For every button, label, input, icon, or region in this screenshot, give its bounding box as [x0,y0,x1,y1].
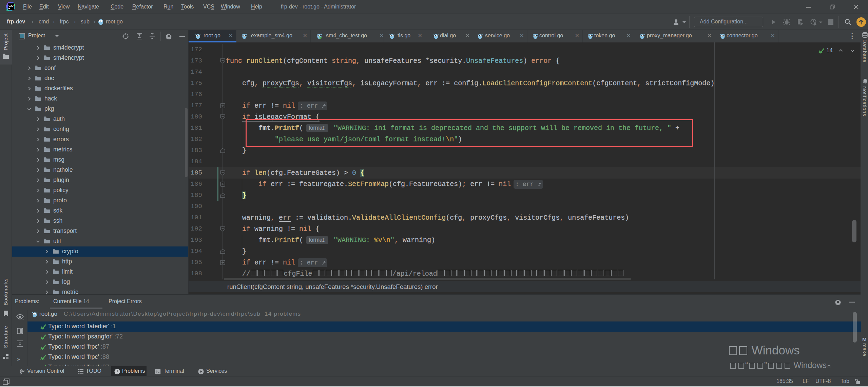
svg-text:GO: GO [8,4,14,7]
